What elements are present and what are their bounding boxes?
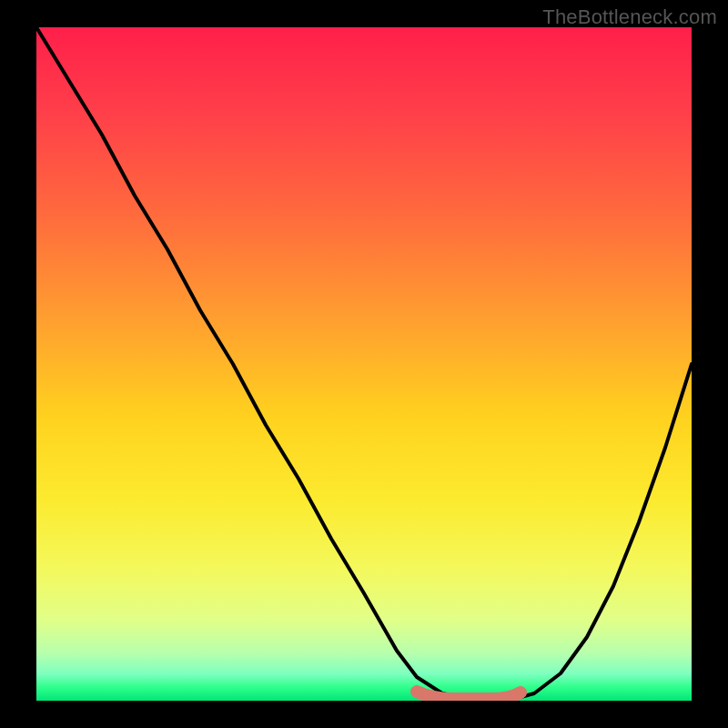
plot-area <box>36 27 692 701</box>
trough-marker <box>417 692 521 699</box>
bottleneck-curve <box>36 27 692 701</box>
chart-svg <box>36 27 692 701</box>
watermark-text: TheBottleneck.com <box>542 5 717 29</box>
chart-frame: TheBottleneck.com <box>0 0 728 728</box>
